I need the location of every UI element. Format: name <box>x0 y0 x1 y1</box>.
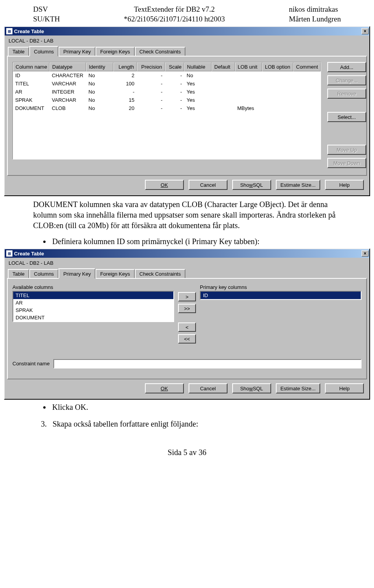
col-header[interactable]: Datatype <box>49 62 86 71</box>
table-cell: No <box>184 71 212 80</box>
table-row[interactable]: ARINTEGERNo---Yes <box>13 88 321 96</box>
list-item[interactable]: DOKUMENT <box>13 314 173 321</box>
table-cell <box>235 96 262 104</box>
remove-button[interactable]: Remove <box>327 89 366 99</box>
table-cell <box>293 96 321 104</box>
move-right-button[interactable]: > <box>178 292 196 301</box>
table-cell: VARCHAR <box>49 96 86 104</box>
list-item[interactable]: AR <box>13 299 173 306</box>
col-header[interactable]: Identity <box>86 62 113 71</box>
close-icon[interactable]: × <box>362 250 369 257</box>
show-sql-button[interactable]: Show SQL <box>232 180 271 190</box>
window-title: Create Table <box>14 28 44 34</box>
tab-check-constraints[interactable]: Check Constraints <box>135 47 185 56</box>
table-cell: No <box>86 104 113 112</box>
table-cell: CLOB <box>49 104 86 112</box>
tab-table[interactable]: Table <box>8 47 29 56</box>
col-header[interactable]: Nullable <box>184 62 212 71</box>
step-3-text: Skapa också tabellen forfattare enligt f… <box>53 420 198 428</box>
table-cell: No <box>86 80 113 88</box>
select-button[interactable]: Select... <box>327 112 366 122</box>
tab-foreign-keys[interactable]: Foreign Keys <box>95 47 135 56</box>
table-cell: - <box>165 71 184 80</box>
table-cell: - <box>137 104 165 112</box>
paragraph-1: DOKUMENT kolumnen ska vara av datatypen … <box>0 196 374 234</box>
close-icon[interactable]: × <box>362 28 369 34</box>
header-right-2: Mårten Lundgren <box>289 14 341 24</box>
table-cell <box>212 96 235 104</box>
table-row[interactable]: DOKUMENTCLOBNo20--YesMBytes <box>13 104 321 112</box>
window-title: Create Table <box>14 251 44 257</box>
help-button[interactable]: Help <box>325 180 364 190</box>
tab-table[interactable]: Table <box>8 269 29 278</box>
table-cell <box>293 88 321 96</box>
col-header[interactable]: Precision <box>137 62 165 71</box>
cancel-button[interactable]: Cancel <box>189 383 228 393</box>
ok-button[interactable]: OK <box>145 383 184 393</box>
table-cell: - <box>137 71 165 80</box>
table-cell: Yes <box>184 104 212 112</box>
table-cell <box>262 71 293 80</box>
header-left-1: DSV <box>33 5 60 14</box>
col-header[interactable]: Length <box>113 62 137 71</box>
col-header[interactable]: Column name <box>13 62 49 71</box>
add-button[interactable]: Add... <box>327 62 366 72</box>
col-header[interactable]: Comment <box>293 62 321 71</box>
col-header[interactable]: Default <box>212 62 235 71</box>
window-icon: ⊞ <box>6 250 12 257</box>
create-table-dialog-primary-key: ⊞ Create Table × LOCAL - DB2 - LAB Table… <box>4 248 370 400</box>
change-button[interactable]: Change... <box>327 75 366 85</box>
table-cell: 100 <box>113 80 137 88</box>
table-cell <box>262 104 293 112</box>
header-right-1: nikos dimitrakas <box>289 5 341 14</box>
move-down-button[interactable]: Move Down <box>327 158 366 168</box>
col-header[interactable]: LOB unit <box>235 62 262 71</box>
table-row[interactable]: SPRAKVARCHARNo15--Yes <box>13 96 321 104</box>
tab-columns[interactable]: Columns <box>29 46 58 57</box>
show-sql-button[interactable]: Show SQL <box>232 383 271 393</box>
table-cell: 20 <box>113 104 137 112</box>
table-cell: Yes <box>184 96 212 104</box>
titlebar: ⊞ Create Table × <box>5 249 369 258</box>
table-cell <box>212 71 235 80</box>
table-cell <box>262 88 293 96</box>
tab-primary-key[interactable]: Primary Key <box>58 268 95 279</box>
tab-columns[interactable]: Columns <box>29 269 58 278</box>
tab-check-constraints[interactable]: Check Constraints <box>135 269 185 278</box>
window-icon: ⊞ <box>6 28 12 34</box>
page-header: DSV SU/KTH TextExtender för DB2 v7.2 *62… <box>0 0 374 24</box>
tab-primary-key[interactable]: Primary Key <box>58 47 95 56</box>
available-columns-list[interactable]: TITEL AR SPRAK DOKUMENT <box>12 291 174 322</box>
breadcrumb: LOCAL - DB2 - LAB <box>6 259 368 268</box>
table-cell: 2 <box>113 71 137 80</box>
table-row[interactable]: TITELVARCHARNo100--Yes <box>13 80 321 88</box>
estimate-size-button[interactable]: Estimate Size... <box>276 180 320 190</box>
table-cell: - <box>137 80 165 88</box>
create-table-dialog-columns: ⊞ Create Table × LOCAL - DB2 - LAB Table… <box>4 26 370 196</box>
table-cell <box>212 104 235 112</box>
constraint-name-input[interactable] <box>53 359 362 368</box>
col-header[interactable]: LOB option <box>262 62 293 71</box>
move-all-right-button[interactable]: >> <box>178 304 196 313</box>
table-cell <box>212 88 235 96</box>
table-cell: INTEGER <box>49 88 86 96</box>
columns-grid[interactable]: Column name Datatype Identity Length Pre… <box>12 62 321 159</box>
page-footer: Sida 5 av 36 <box>0 432 374 465</box>
tab-foreign-keys[interactable]: Foreign Keys <box>95 269 135 278</box>
table-cell: SPRAK <box>13 96 49 104</box>
list-item[interactable]: TITEL <box>13 292 173 299</box>
move-left-button[interactable]: < <box>178 322 196 332</box>
ok-button[interactable]: OK <box>145 180 184 190</box>
estimate-size-button[interactable]: Estimate Size... <box>276 383 320 393</box>
col-header[interactable]: Scale <box>165 62 184 71</box>
primary-key-columns-list[interactable]: ID <box>200 291 362 300</box>
table-row[interactable]: IDCHARACTERNo2--No <box>13 71 321 80</box>
cancel-button[interactable]: Cancel <box>189 180 228 190</box>
list-item[interactable]: ID <box>201 292 361 299</box>
table-cell: - <box>165 80 184 88</box>
move-all-left-button[interactable]: << <box>178 334 196 344</box>
table-cell: - <box>113 88 137 96</box>
help-button[interactable]: Help <box>325 383 364 393</box>
move-up-button[interactable]: Move Up <box>327 145 366 155</box>
list-item[interactable]: SPRAK <box>13 306 173 314</box>
